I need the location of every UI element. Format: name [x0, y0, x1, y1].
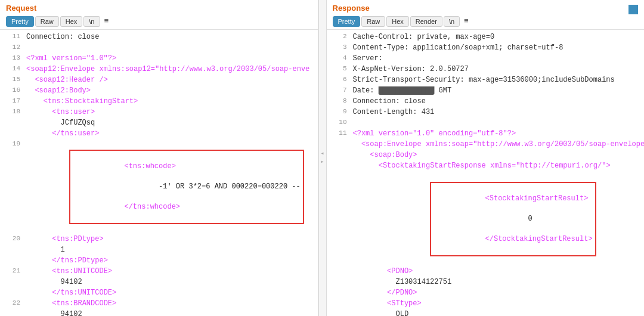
code-line: 8 Connection: close: [327, 97, 645, 107]
code-line-result: <StocktakingStartResult> 0 </Stocktaking…: [327, 172, 645, 267]
code-line: </tns:UNITCODE>: [0, 288, 318, 299]
request-header: Request Pretty Raw Hex \n ≡: [0, 0, 318, 30]
code-line: <soap:Envelope xmlns:soap="http://www.w3…: [327, 140, 645, 150]
code-line: 11 <?xml version="1.0" encoding="utf-8"?…: [327, 129, 645, 140]
code-line: 7 Date: █████████████ GMT: [327, 86, 645, 97]
code-line: 5 X-AspNet-Version: 2.0.50727: [327, 64, 645, 75]
code-line: 6 Strict-Transport-Security: max-age=315…: [327, 75, 645, 86]
code-line: 13 <?xml version="1.0"?>: [0, 54, 318, 64]
response-title: Response: [333, 4, 370, 13]
code-line: 11 Connection: close: [0, 32, 318, 43]
tab-raw-request[interactable]: Raw: [35, 16, 59, 27]
code-line: <PDNO>: [327, 267, 645, 277]
tab-pretty-response[interactable]: Pretty: [333, 16, 361, 27]
code-line: </tns:user>: [0, 129, 318, 140]
code-line: Z130314122751: [327, 277, 645, 288]
response-panel: Response Pretty Raw Hex Render \n ≡ 2 Ca…: [327, 0, 645, 316]
tab-menu-response[interactable]: ≡: [461, 16, 472, 27]
request-content: 11 Connection: close 12 13 <?xml version…: [0, 30, 318, 316]
code-line-whcode: 19 <tns:whcode> -1' OR 3*2=6 AND 000220=…: [0, 140, 318, 234]
code-line: 21 <tns:UNITCODE>: [0, 267, 318, 277]
response-content: 2 Cache-Control: private, max-age=0 3 Co…: [327, 30, 645, 316]
response-tab-bar: Pretty Raw Hex Render \n ≡: [333, 16, 639, 27]
response-header: Response Pretty Raw Hex Render \n ≡: [327, 0, 645, 30]
code-line: 2 Cache-Control: private, max-age=0: [327, 32, 645, 43]
request-title: Request: [6, 4, 312, 13]
code-line: 14 <soap12:Envelope xmlns:soap12="http:/…: [0, 64, 318, 75]
code-line: </tns:PDtype>: [0, 256, 318, 267]
code-line: <STtype>: [327, 299, 645, 309]
code-line: <soap:Body>: [327, 150, 645, 161]
tab-hex-request[interactable]: Hex: [60, 16, 83, 27]
code-line: 18 <tns:user>: [0, 107, 318, 118]
code-line: 3 Content-Type: application/soap+xml; ch…: [327, 43, 645, 54]
tab-newline-request[interactable]: \n: [83, 16, 100, 27]
code-line: </PDNO>: [327, 288, 645, 299]
tab-pretty-request[interactable]: Pretty: [6, 16, 34, 27]
code-line: 15 <soap12:Header />: [0, 75, 318, 86]
code-line: 94102: [0, 277, 318, 288]
code-line: 4 Server:: [327, 54, 645, 64]
tab-hex-response[interactable]: Hex: [386, 16, 409, 27]
request-tab-bar: Pretty Raw Hex \n ≡: [6, 16, 312, 27]
code-line: 20 <tns:PDtype>: [0, 234, 318, 245]
code-line: 17 <tns:StocktakingStart>: [0, 97, 318, 107]
code-line: 16 <soap12:Body>: [0, 86, 318, 97]
tab-render-response[interactable]: Render: [410, 16, 442, 27]
code-line: 12: [0, 43, 318, 54]
code-line: 22 <tns:BRANDCODE>: [0, 299, 318, 309]
tab-menu-request[interactable]: ≡: [101, 16, 112, 27]
code-line: 9 Content-Length: 431: [327, 107, 645, 118]
request-panel: Request Pretty Raw Hex \n ≡ 11 Connectio…: [0, 0, 318, 316]
code-line: OLD: [327, 309, 645, 316]
tab-newline-response[interactable]: \n: [444, 16, 460, 27]
code-line: <StocktakingStartResponse xmlns="http://…: [327, 161, 645, 172]
code-line: 10: [327, 118, 645, 129]
code-line: 94102: [0, 309, 318, 316]
code-line: JCfUZQsq: [0, 118, 318, 129]
corner-button[interactable]: [628, 5, 638, 14]
code-line: 1: [0, 245, 318, 256]
tab-raw-response[interactable]: Raw: [361, 16, 385, 27]
panel-resize-handle[interactable]: ◂▸: [320, 150, 324, 166]
